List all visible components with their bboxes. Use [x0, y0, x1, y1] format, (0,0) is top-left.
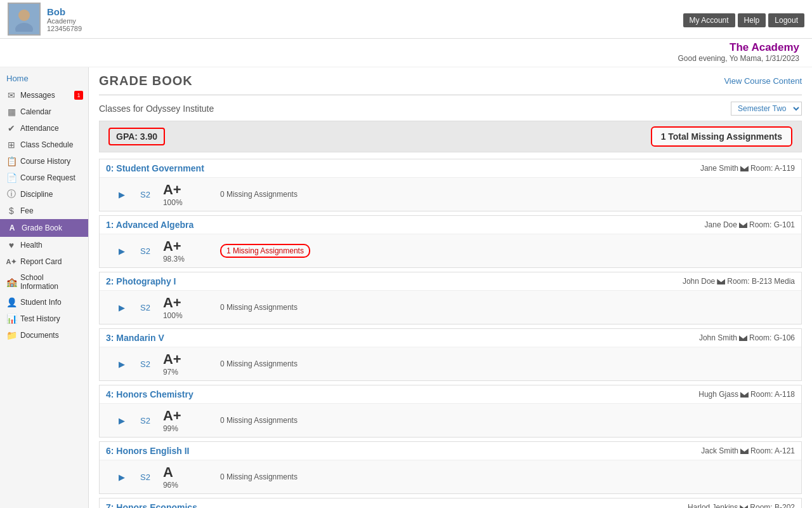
user-id: 123456789: [47, 25, 82, 32]
course-title[interactable]: 0: Student Government: [106, 163, 204, 173]
my-account-button[interactable]: My Account: [683, 13, 735, 27]
course-row: ▶ S2 A+ 97% 0 Missing Assignments: [100, 347, 801, 380]
sidebar-label-grade-book: Grade Book: [22, 224, 62, 232]
course-history-icon: 📋: [6, 156, 16, 166]
classes-for-label: Classes for Odyssey Institute: [99, 104, 214, 114]
grade-book-icon: A: [6, 222, 18, 234]
expand-arrow[interactable]: ▶: [119, 472, 125, 482]
expand-arrow[interactable]: ▶: [119, 303, 125, 312]
grade-percent: 98.3%: [163, 255, 185, 264]
sidebar-label-discipline: Discipline: [20, 190, 53, 199]
sidebar-label-fee: Fee: [20, 206, 34, 215]
fee-icon: $: [6, 206, 16, 216]
email-icon: [739, 335, 747, 341]
course-teacher: John SmithRoom: G-106: [699, 333, 795, 342]
sidebar-label-class-schedule: Class Schedule: [20, 140, 73, 149]
semester-label[interactable]: S2: [140, 246, 150, 256]
gpa-value: GPA: 3.90: [108, 128, 165, 145]
grade-column: A+ 98.3%: [163, 238, 207, 264]
course-title[interactable]: 6: Honors English II: [106, 446, 189, 456]
course-header: 1: Advanced Algebra Jane DoeRoom: G-101: [100, 216, 801, 234]
semester-label[interactable]: S2: [140, 472, 150, 482]
grade-column: A+ 100%: [163, 182, 207, 207]
sidebar-label-student-info: Student Info: [20, 298, 62, 307]
course-section: 6: Honors English II Jack SmithRoom: A-1…: [99, 441, 802, 494]
health-icon: ♥: [6, 240, 16, 250]
logout-button[interactable]: Logout: [768, 13, 804, 27]
expand-arrow[interactable]: ▶: [119, 190, 125, 199]
grade-percent: 96%: [163, 481, 178, 490]
help-button[interactable]: Help: [738, 13, 766, 27]
grade-column: A+ 99%: [163, 408, 207, 433]
course-title[interactable]: 1: Advanced Algebra: [106, 220, 193, 230]
school-name: The Academy: [13, 41, 799, 54]
sidebar-item-course-history[interactable]: 📋 Course History: [0, 153, 88, 170]
course-title[interactable]: 4: Honors Chemistry: [106, 389, 193, 399]
school-header: The Academy Good evening, Yo Mama, 1/31/…: [0, 39, 812, 67]
sidebar-item-messages[interactable]: ✉ Messages 1: [0, 87, 88, 104]
course-title[interactable]: 3: Mandarin V: [106, 333, 164, 343]
grade-percent: 100%: [163, 198, 183, 207]
course-header: 6: Honors English II Jack SmithRoom: A-1…: [100, 442, 801, 460]
semester-label[interactable]: S2: [140, 190, 150, 199]
attendance-icon: ✔: [6, 123, 16, 133]
course-request-icon: 📄: [6, 173, 16, 183]
email-icon: [740, 448, 749, 454]
sidebar-label-school-info: School Information: [20, 273, 82, 291]
classes-header: Classes for Odyssey Institute Semester T…: [99, 102, 802, 116]
course-teacher: Jane SmithRoom: A-119: [700, 164, 795, 173]
grade-book-header: GRADE BOOK View Course Content: [99, 74, 802, 88]
sidebar-item-attendance[interactable]: ✔ Attendance: [0, 120, 88, 137]
sidebar-item-fee[interactable]: $ Fee: [0, 203, 88, 219]
sidebar-item-documents[interactable]: 📁 Documents: [0, 327, 88, 344]
svg-point-1: [15, 23, 33, 32]
sidebar-item-discipline[interactable]: ⓘ Discipline: [0, 186, 88, 203]
sidebar-item-class-schedule[interactable]: ⊞ Class Schedule: [0, 137, 88, 153]
view-course-content-link[interactable]: View Course Content: [724, 76, 802, 86]
course-title[interactable]: 7: Honors Economics: [106, 502, 197, 508]
sidebar-item-test-history[interactable]: 📊 Test History: [0, 311, 88, 327]
missing-label: 0 Missing Assignments: [220, 472, 298, 481]
expand-arrow[interactable]: ▶: [119, 246, 125, 256]
sidebar-item-calendar[interactable]: ▦ Calendar: [0, 104, 88, 120]
grade-percent: 100%: [163, 311, 183, 320]
class-schedule-icon: ⊞: [6, 140, 16, 150]
sidebar-label-attendance: Attendance: [20, 124, 59, 133]
email-icon: [740, 392, 749, 398]
course-section: 2: Photography I John DoeRoom: B-213 Med…: [99, 272, 802, 324]
sidebar-home[interactable]: Home: [0, 70, 88, 87]
top-buttons: My Account Help Logout: [683, 11, 804, 27]
course-header: 7: Honors Economics Harlod JenkinsRoom: …: [100, 498, 801, 508]
course-teacher: Harlod JenkinsRoom: B-202: [688, 503, 795, 508]
grade-value: A+: [163, 295, 195, 311]
course-title[interactable]: 2: Photography I: [106, 276, 176, 286]
expand-arrow[interactable]: ▶: [119, 359, 125, 369]
grade-column: A+ 97%: [163, 351, 207, 377]
course-section: 0: Student Government Jane SmithRoom: A-…: [99, 159, 802, 211]
semester-label[interactable]: S2: [140, 416, 150, 425]
course-row: ▶ S2 A+ 98.3% 1 Missing Assignments: [100, 234, 801, 267]
course-teacher: Jane DoeRoom: G-101: [705, 220, 795, 229]
expand-arrow[interactable]: ▶: [119, 416, 125, 425]
sidebar-item-grade-book[interactable]: A Grade Book: [0, 219, 88, 237]
svg-point-0: [18, 10, 30, 21]
page-title: GRADE BOOK: [99, 74, 193, 88]
semester-label[interactable]: S2: [140, 303, 150, 312]
course-row: ▶ S2 A+ 100% 0 Missing Assignments: [100, 290, 801, 324]
sidebar-label-course-request: Course Request: [20, 173, 75, 182]
main-layout: Home ✉ Messages 1 ▦ Calendar ✔ Attendanc…: [0, 67, 812, 508]
user-school: Academy: [47, 17, 82, 25]
semester-select[interactable]: Semester Two Semester One: [731, 102, 802, 116]
sidebar-item-school-info[interactable]: 🏫 School Information: [0, 270, 88, 294]
greeting-text: Good evening, Yo Mama, 1/31/2023: [13, 54, 799, 63]
sidebar-label-health: Health: [20, 241, 43, 250]
sidebar-item-course-request[interactable]: 📄 Course Request: [0, 170, 88, 186]
test-history-icon: 📊: [6, 314, 16, 324]
grade-value: A+: [163, 408, 195, 424]
sidebar-item-student-info[interactable]: 👤 Student Info: [0, 294, 88, 311]
sidebar-item-health[interactable]: ♥ Health: [0, 237, 88, 253]
sidebar-label-messages: Messages: [20, 91, 55, 100]
sidebar-item-report-card[interactable]: A✦ Report Card: [0, 253, 88, 270]
semester-label[interactable]: S2: [140, 359, 150, 369]
course-teacher: John DoeRoom: B-213 Media: [683, 277, 795, 286]
